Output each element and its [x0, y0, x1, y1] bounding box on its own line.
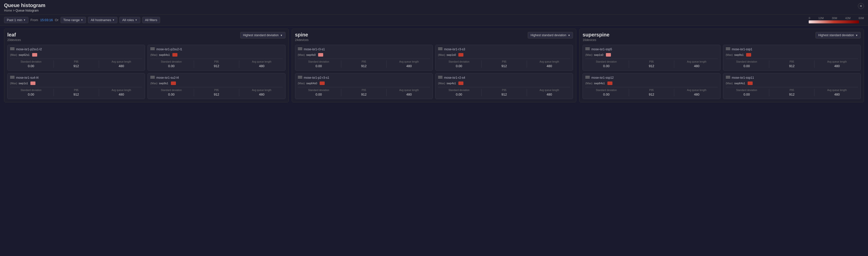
device-card[interactable]: mose-isr1-ssp1 (Max) swp9s1 Standard dev…	[723, 45, 861, 71]
all-filters[interactable]: All filters	[142, 17, 160, 23]
stat-label: Standard deviation	[298, 60, 340, 63]
max-value: swp1s0	[594, 53, 603, 56]
legend-gradient-bar	[809, 20, 859, 23]
breadcrumb-current: Queue histogram	[16, 9, 39, 12]
stat-label: P95	[630, 60, 673, 63]
stat-item: Avg queue length 480	[674, 89, 718, 96]
max-bar-indicator	[320, 82, 325, 85]
stat-value: 0.00	[585, 92, 627, 96]
stat-item: Avg queue length 480	[814, 89, 858, 96]
sort-label: Highest standard deviation	[243, 33, 279, 37]
roles-filter[interactable]: All roles ▼	[119, 17, 140, 23]
device-card[interactable]: mose-isr1-p2-r3-s1 (Max) swp64s0 Standar…	[295, 73, 433, 99]
device-icon	[726, 76, 730, 80]
device-name: mose-isr1-ssp1	[732, 48, 752, 51]
stat-value: 0.00	[298, 92, 340, 96]
max-bar-indicator	[173, 53, 178, 57]
max-bar-indicator	[746, 53, 751, 57]
stat-value: 912	[483, 92, 525, 96]
stat-value: 0.00	[726, 92, 768, 96]
stat-value: 480	[388, 92, 430, 96]
stat-value: 912	[343, 92, 385, 96]
max-label: (Max)	[726, 82, 733, 85]
device-card[interactable]: mose-isr1-su2-l4 (Max) swp9s1 Standard d…	[148, 73, 285, 99]
toolbar: Past 1 min ▼ From 15:03:16 Or Time range…	[0, 15, 868, 26]
stat-value: 0.00	[438, 92, 480, 96]
device-card[interactable]: mose-isr1-r3-s1 (Max) swp4s0 Standard de…	[295, 45, 433, 71]
from-time-value[interactable]: 15:03:16	[40, 18, 53, 22]
device-name: mose-isr1-ssp11	[732, 76, 754, 80]
legend-12m: 12M	[818, 17, 824, 20]
filters-label: All filters	[145, 18, 157, 22]
stat-value: 912	[55, 92, 97, 96]
stat-item: Avg queue length 480	[239, 60, 283, 68]
from-label: From	[30, 18, 38, 22]
stat-label: Avg queue length	[241, 60, 283, 63]
sort-label: Highest standard deviation	[530, 33, 566, 37]
stat-item: Avg queue length 480	[527, 89, 570, 96]
stat-value: 0.00	[298, 64, 340, 68]
sort-dropdown-spine[interactable]: Highest standard deviation ▼	[528, 32, 573, 38]
hostnames-filter[interactable]: All hostnames ▼	[88, 17, 118, 23]
max-value: swp64s1	[159, 53, 169, 56]
max-bar-indicator	[606, 53, 611, 57]
device-name: mose-isr1-su2-l4	[156, 76, 179, 80]
device-card[interactable]: mose-isr1-ssp12 (Max) swp64s1 Standard d…	[583, 73, 720, 99]
stat-label: Standard deviation	[150, 89, 192, 92]
sort-dropdown-superspine[interactable]: Highest standard deviation ▼	[815, 32, 861, 38]
device-card[interactable]: mose-isr1-su4-l4 (Max) swp1s1 Standard d…	[7, 73, 145, 99]
device-card[interactable]: mose-isr1-p2su1-l2 (Max) swp62s1 Standar…	[7, 45, 145, 71]
stat-item: Avg queue length 480	[99, 60, 143, 68]
stat-label: Standard deviation	[298, 89, 340, 92]
max-bar-indicator	[32, 53, 37, 57]
stat-item: P95 912	[482, 60, 527, 68]
stat-value: 912	[55, 64, 97, 68]
time-range-label: Time range	[63, 18, 80, 22]
stat-item: P95 912	[341, 60, 386, 68]
device-card[interactable]: mose-isr1-r2-s4 (Max) swp4s1 Standard de…	[435, 73, 573, 99]
section-subtitle-superspine: 16devices	[583, 38, 610, 42]
device-card[interactable]: mose-isr1-ssp11 (Max) swp64s1 Standard d…	[723, 73, 861, 99]
stat-item: P95 912	[482, 89, 527, 96]
stat-item: P95 912	[54, 89, 99, 96]
stat-value: 0.00	[150, 92, 192, 96]
device-grid-spine: mose-isr1-r3-s1 (Max) swp4s0 Standard de…	[295, 45, 573, 99]
stat-value: 480	[816, 92, 858, 96]
device-name: mose-isr1-r2-s4	[444, 76, 465, 80]
time-preset-chevron: ▼	[23, 19, 26, 21]
max-label: (Max)	[585, 82, 592, 85]
stat-label: P95	[771, 60, 813, 63]
stat-item: Avg queue length 480	[674, 60, 718, 68]
stat-label: Avg queue length	[676, 89, 718, 92]
max-value: swp64s1	[734, 82, 745, 85]
stat-value: 0.00	[585, 64, 627, 68]
max-value: swp4s1	[446, 82, 456, 85]
stat-label: P95	[483, 60, 525, 63]
stat-item: Avg queue length 480	[814, 60, 858, 68]
stat-label: Standard deviation	[585, 60, 627, 63]
time-range-selector[interactable]: Time range ▼	[61, 17, 86, 23]
max-value: swp64s0	[306, 82, 317, 85]
max-value: swp9s1	[734, 53, 744, 56]
stat-label: P95	[195, 89, 238, 92]
stat-value: 480	[528, 92, 570, 96]
device-card[interactable]: mose-isr1-r3-s3 (Max) swp1s0 Standard de…	[435, 45, 573, 71]
stat-value: 480	[100, 92, 143, 96]
close-button[interactable]: ✕	[858, 3, 864, 9]
stat-label: P95	[55, 89, 97, 92]
device-card[interactable]: mose-isr1-ssp5 (Max) swp1s0 Standard dev…	[583, 45, 720, 71]
roles-chevron: ▼	[135, 19, 137, 21]
max-value: swp64s1	[594, 82, 604, 85]
main-content: leaf20devicesHighest standard deviation …	[0, 26, 868, 105]
breadcrumb-home[interactable]: Home	[4, 9, 12, 12]
device-name: mose-isr1-ssp5	[591, 48, 612, 51]
page-title: Queue histogram	[4, 2, 864, 8]
sort-dropdown-leaf[interactable]: Highest standard deviation ▼	[240, 32, 285, 38]
stat-value: 480	[241, 64, 283, 68]
device-name: mose-isr1-su4-l4	[16, 76, 38, 80]
device-card[interactable]: mose-isr1-p2su2-l1 (Max) swp64s1 Standar…	[148, 45, 285, 71]
time-preset-selector[interactable]: Past 1 min ▼	[4, 17, 28, 23]
stat-value: 480	[676, 64, 718, 68]
breadcrumb-separator: >	[13, 9, 14, 12]
stat-label: Avg queue length	[676, 60, 718, 63]
